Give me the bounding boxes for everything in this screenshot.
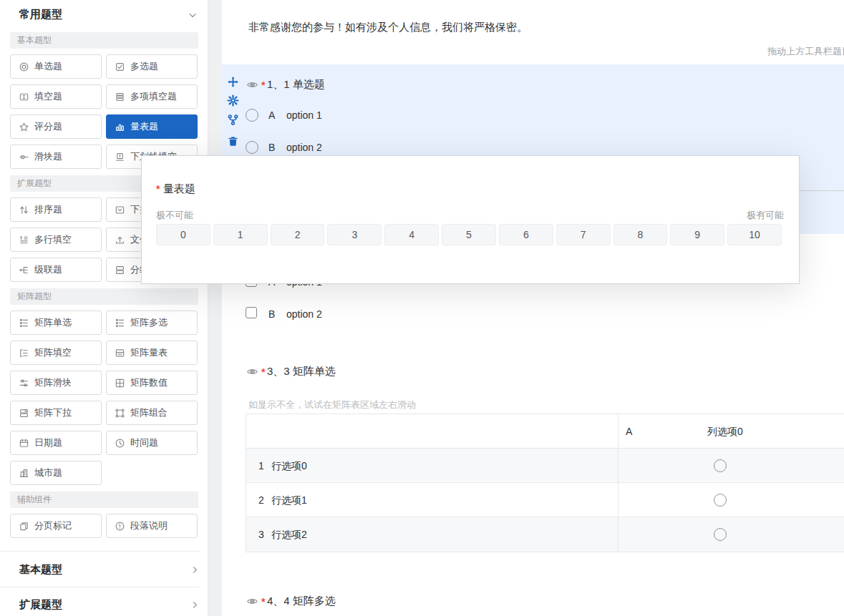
sidebar-item-矩阵组合[interactable]: 矩阵组合 bbox=[106, 401, 198, 425]
required-mark: * bbox=[261, 366, 265, 378]
sidebar-item-填空题[interactable]: 填空题 bbox=[10, 84, 102, 109]
sidebar-section-基本题型[interactable]: 基本题型 bbox=[19, 559, 198, 580]
option-key: B bbox=[268, 308, 275, 320]
scale-value-button[interactable]: 0 bbox=[156, 224, 210, 245]
trash-icon[interactable] bbox=[227, 135, 239, 147]
upload-icon bbox=[115, 235, 125, 245]
chevron-right-icon bbox=[190, 600, 200, 610]
sidebar-item-滑块题[interactable]: 滑块题 bbox=[10, 145, 102, 169]
chevron-down-icon[interactable] bbox=[187, 9, 198, 21]
sidebar-section-扩展题型[interactable]: 扩展题型 bbox=[19, 595, 198, 615]
paragraph-icon bbox=[115, 521, 125, 532]
sidebar-item-排序题[interactable]: 排序题 bbox=[10, 197, 102, 222]
move-icon[interactable] bbox=[227, 76, 239, 88]
sidebar-item-label: 多行填空 bbox=[34, 233, 72, 246]
scale-value-button[interactable]: 4 bbox=[384, 224, 439, 245]
scale-max-label: 极有可能 bbox=[747, 209, 784, 222]
radio-button[interactable] bbox=[714, 459, 727, 472]
scale-value-button[interactable]: 6 bbox=[499, 224, 553, 245]
radio-button[interactable] bbox=[714, 528, 727, 541]
slider-icon bbox=[19, 152, 29, 162]
matrix-row-label: 行选项0 bbox=[271, 460, 307, 473]
radio-button[interactable] bbox=[714, 494, 727, 507]
multi-input-icon bbox=[115, 92, 125, 102]
sidebar-item-矩阵多选[interactable]: 矩阵多选 bbox=[106, 311, 198, 335]
option-text: option 2 bbox=[286, 308, 322, 320]
dropdown-icon bbox=[115, 205, 125, 215]
scale-question-drag-preview[interactable]: * 量表题 极不可能 极有可能 012345678910 bbox=[141, 155, 800, 284]
chevron-right-icon bbox=[190, 564, 200, 575]
sidebar-section-label: 基本题型 bbox=[19, 563, 62, 575]
sidebar-item-段落说明[interactable]: 段落说明 bbox=[106, 514, 198, 538]
popup-title-row: * 量表题 bbox=[156, 182, 195, 196]
sidebar-item-分页标记[interactable]: 分页标记 bbox=[10, 514, 102, 538]
sidebar-item-城市题[interactable]: 城市题 bbox=[10, 461, 102, 485]
sidebar-item-矩阵填空[interactable]: 矩阵填空 bbox=[10, 341, 102, 365]
sidebar-item-label: 矩阵数值 bbox=[130, 376, 168, 389]
sidebar-item-矩阵滑块[interactable]: 矩阵滑块 bbox=[10, 371, 102, 395]
sidebar-item-label: 矩阵滑块 bbox=[34, 376, 72, 389]
matrix-combo-icon bbox=[115, 408, 125, 419]
sidebar-item-矩阵单选[interactable]: 矩阵单选 bbox=[10, 311, 102, 335]
sidebar-item-时间题[interactable]: 时间题 bbox=[106, 431, 198, 455]
sidebar-group-grid: 分页标记段落说明 bbox=[10, 514, 198, 538]
sidebar-item-label: 矩阵下拉 bbox=[34, 406, 72, 419]
sidebar-item-label: 滑块题 bbox=[34, 150, 62, 163]
city-icon bbox=[19, 468, 29, 479]
matrix-scale-icon bbox=[115, 348, 125, 358]
matrix-row: 3行选项2 bbox=[246, 517, 844, 552]
scale-value-button[interactable]: 1 bbox=[213, 224, 268, 245]
matrix-number-icon bbox=[115, 378, 125, 388]
sidebar-item-label: 排序题 bbox=[34, 203, 62, 216]
checkbox-button[interactable] bbox=[246, 307, 257, 318]
eye-icon[interactable] bbox=[246, 366, 258, 378]
matrix-row: 2行选项1 bbox=[246, 483, 844, 517]
scale-value-button[interactable]: 5 bbox=[442, 224, 496, 245]
scale-value-button[interactable]: 2 bbox=[271, 224, 325, 245]
sidebar-item-量表题[interactable]: 量表题 bbox=[106, 114, 198, 139]
scale-icon bbox=[115, 122, 125, 132]
cascade-icon bbox=[19, 265, 29, 275]
gear-icon[interactable] bbox=[227, 94, 239, 107]
eye-icon[interactable] bbox=[246, 79, 258, 91]
sidebar-item-多行填空[interactable]: 多行填空 bbox=[10, 228, 102, 252]
star-icon bbox=[19, 122, 29, 132]
option-key: A bbox=[268, 109, 275, 121]
radio-button[interactable] bbox=[246, 141, 258, 154]
sidebar-item-矩阵数值[interactable]: 矩阵数值 bbox=[106, 371, 198, 395]
sidebar-main-gutter bbox=[208, 0, 222, 616]
sidebar-item-矩阵下拉[interactable]: 矩阵下拉 bbox=[10, 401, 102, 425]
sidebar-item-label: 矩阵量表 bbox=[130, 346, 168, 359]
sidebar-item-矩阵量表[interactable]: 矩阵量表 bbox=[106, 341, 198, 365]
sidebar-group-label: 矩阵题型 bbox=[10, 288, 198, 305]
sidebar-item-label: 时间题 bbox=[130, 436, 158, 449]
scale-value-button[interactable]: 9 bbox=[670, 224, 724, 245]
sort-icon bbox=[19, 205, 29, 215]
scale-value-button[interactable]: 7 bbox=[556, 224, 611, 245]
sidebar-group-label: 基本题型 bbox=[10, 32, 198, 49]
scale-value-button[interactable]: 10 bbox=[727, 224, 782, 245]
scale-value-button[interactable]: 3 bbox=[327, 224, 382, 245]
matrix-row-label-cell: 1行选项0 bbox=[246, 449, 619, 482]
sidebar-item-评分题[interactable]: 评分题 bbox=[10, 114, 102, 139]
survey-canvas: 非常感谢您的参与！如有涉及个人信息，我们将严格保密。 拖动上方工具栏题目 * 1… bbox=[222, 0, 844, 616]
matrix-answer-cell bbox=[619, 517, 844, 552]
sidebar-item-label: 矩阵填空 bbox=[34, 346, 72, 359]
sidebar-item-多选题[interactable]: 多选题 bbox=[106, 54, 198, 79]
matrix-scroll-hint: 如显示不全，试试在矩阵表区域左右滑动 bbox=[248, 399, 416, 411]
scale-min-label: 极不可能 bbox=[156, 209, 193, 222]
matrix-row-label-cell: 3行选项2 bbox=[246, 517, 619, 552]
sidebar-item-label: 单选题 bbox=[34, 60, 62, 73]
scale-buttons: 012345678910 bbox=[156, 224, 782, 245]
sidebar-item-label: 矩阵多选 bbox=[130, 316, 168, 329]
sidebar-item-单选题[interactable]: 单选题 bbox=[10, 54, 102, 79]
scale-value-button[interactable]: 8 bbox=[613, 224, 668, 245]
matrix-slider-icon bbox=[19, 378, 29, 388]
sidebar-item-级联题[interactable]: 级联题 bbox=[10, 258, 102, 282]
eye-icon[interactable] bbox=[246, 595, 258, 607]
matrix-col-key: A bbox=[626, 426, 632, 437]
branch-icon[interactable] bbox=[227, 114, 239, 126]
sidebar-item-多项填空题[interactable]: 多项填空题 bbox=[106, 84, 198, 109]
sidebar-item-日期题[interactable]: 日期题 bbox=[10, 431, 102, 455]
radio-button[interactable] bbox=[246, 109, 258, 122]
